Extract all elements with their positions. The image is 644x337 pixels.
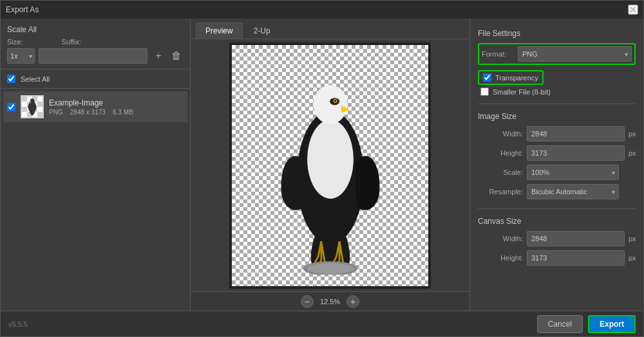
image-width-input[interactable]	[527, 126, 625, 141]
tabs-bar: Preview 2-Up	[191, 19, 469, 39]
scale-section: Scale All Size: Suffix: 1x 2x 3x 0.5x	[1, 19, 190, 69]
image-width-unit: px	[629, 130, 636, 138]
preview-area	[191, 39, 469, 291]
eagle-image	[266, 56, 395, 275]
image-size-title: Image Size	[478, 112, 636, 121]
file-settings-title: File Settings	[478, 29, 636, 38]
tab-2up[interactable]: 2-Up	[244, 23, 280, 39]
svg-rect-8	[37, 112, 43, 117]
items-list: Example-Image PNG 2848 x 3173 6.3 MB	[1, 89, 190, 311]
transparency-checkbox[interactable]	[483, 73, 491, 82]
suffix-input[interactable]	[39, 48, 147, 64]
size-select[interactable]: 1x 2x 3x 0.5x	[7, 48, 35, 64]
format-label: Format:	[482, 50, 514, 58]
preview-image-wrapper	[232, 45, 428, 286]
dialog-title: Export As	[6, 5, 39, 14]
list-item[interactable]: Example-Image PNG 2848 x 3173 6.3 MB	[3, 91, 187, 122]
scale-inputs: 1x 2x 3x 0.5x + 🗑	[7, 48, 184, 64]
item-thumbnail	[21, 95, 44, 118]
size-label: Size:	[7, 38, 23, 46]
canvas-height-unit: px	[629, 254, 636, 262]
smaller-file-checkbox[interactable]	[480, 87, 489, 96]
format-row: Format: PNG JPEG GIF SVG WebP	[478, 43, 636, 65]
add-scale-button[interactable]: +	[151, 49, 166, 63]
transparency-row: Transparency	[478, 70, 544, 85]
format-select-wrapper: PNG JPEG GIF SVG WebP	[518, 46, 632, 62]
resample-row: Resample: Bicubic Automatic Bicubic Bili…	[478, 184, 636, 199]
canvas-height-input[interactable]	[527, 250, 625, 266]
item-type: PNG	[49, 109, 63, 116]
svg-point-16	[307, 263, 354, 274]
svg-rect-1	[22, 96, 27, 102]
image-height-unit: px	[629, 149, 636, 157]
resample-select[interactable]: Bicubic Automatic Bicubic Bilinear Neare…	[527, 184, 619, 199]
export-as-dialog: Export As ✕ Scale All Size: Suffix: 1x 2…	[0, 0, 644, 337]
scale-labels: Size: Suffix:	[7, 38, 184, 46]
canvas-width-unit: px	[629, 235, 636, 242]
size-select-wrapper: 1x 2x 3x 0.5x	[7, 48, 35, 64]
smaller-file-label: Smaller File (8-bit)	[493, 88, 551, 96]
item-dimensions: 2848 x 3173	[70, 109, 106, 116]
select-all-checkbox[interactable]	[7, 75, 15, 83]
canvas-height-row: Height: px	[478, 250, 636, 266]
item-meta: PNG 2848 x 3173 6.3 MB	[49, 109, 184, 116]
svg-rect-4	[37, 102, 43, 107]
bottom-buttons: Cancel Export	[537, 315, 636, 333]
image-width-row: Width: px	[478, 126, 636, 141]
scale-title: Scale All	[7, 25, 184, 34]
canvas-width-label: Width:	[478, 235, 523, 242]
image-height-label: Height:	[478, 149, 523, 157]
resample-label: Resample:	[478, 188, 523, 196]
format-select[interactable]: PNG JPEG GIF SVG WebP	[518, 46, 632, 62]
cancel-button[interactable]: Cancel	[537, 315, 583, 333]
scale-select-wrapper: 100% 50% 200% 25%	[527, 165, 619, 180]
bottom-bar: v5.5.5 Cancel Export	[1, 311, 643, 336]
transparency-label: Transparency	[495, 74, 538, 82]
suffix-label: Suffix:	[61, 38, 80, 46]
zoom-bar: − 12.5% +	[191, 291, 469, 311]
zoom-in-button[interactable]: +	[346, 295, 359, 308]
divider-1	[478, 104, 636, 104]
main-content: Scale All Size: Suffix: 1x 2x 3x 0.5x	[1, 19, 643, 311]
image-height-row: Height: px	[478, 145, 636, 161]
image-scale-row: Scale: 100% 50% 200% 25%	[478, 165, 636, 180]
image-height-input[interactable]	[527, 145, 625, 161]
close-button[interactable]: ✕	[628, 5, 638, 15]
resample-select-wrapper: Bicubic Automatic Bicubic Bilinear Neare…	[527, 184, 619, 199]
select-all-label: Select All	[21, 75, 50, 83]
item-info: Example-Image PNG 2848 x 3173 6.3 MB	[49, 98, 184, 116]
item-checkbox[interactable]	[7, 103, 15, 111]
image-width-label: Width:	[478, 130, 523, 138]
preview-container	[229, 42, 431, 289]
scale-select[interactable]: 100% 50% 200% 25%	[527, 165, 619, 180]
canvas-width-row: Width: px	[478, 231, 636, 246]
item-name: Example-Image	[49, 98, 184, 107]
select-all-row: Select All	[1, 69, 190, 89]
delete-scale-button[interactable]: 🗑	[169, 49, 184, 63]
right-panel: File Settings Format: PNG JPEG GIF SVG W…	[469, 19, 643, 311]
divider-2	[478, 208, 636, 209]
svg-point-11	[313, 85, 347, 123]
canvas-width-input[interactable]	[527, 231, 625, 246]
svg-rect-5	[22, 107, 27, 112]
zoom-out-button[interactable]: −	[301, 295, 314, 308]
version-text: v5.5.5	[8, 320, 28, 328]
svg-point-14	[334, 100, 336, 102]
center-panel: Preview 2-Up	[191, 19, 469, 311]
tab-preview[interactable]: Preview	[196, 23, 243, 39]
left-panel: Scale All Size: Suffix: 1x 2x 3x 0.5x	[1, 19, 191, 311]
item-size: 6.3 MB	[113, 109, 133, 116]
export-button[interactable]: Export	[588, 315, 636, 333]
smaller-file-row: Smaller File (8-bit)	[480, 87, 636, 96]
svg-point-10	[307, 120, 354, 199]
canvas-size-title: Canvas Size	[478, 217, 636, 226]
zoom-value: 12.5%	[320, 298, 340, 305]
title-bar: Export As ✕	[1, 1, 643, 19]
image-scale-label: Scale:	[478, 168, 523, 176]
canvas-height-label: Height:	[478, 254, 523, 262]
